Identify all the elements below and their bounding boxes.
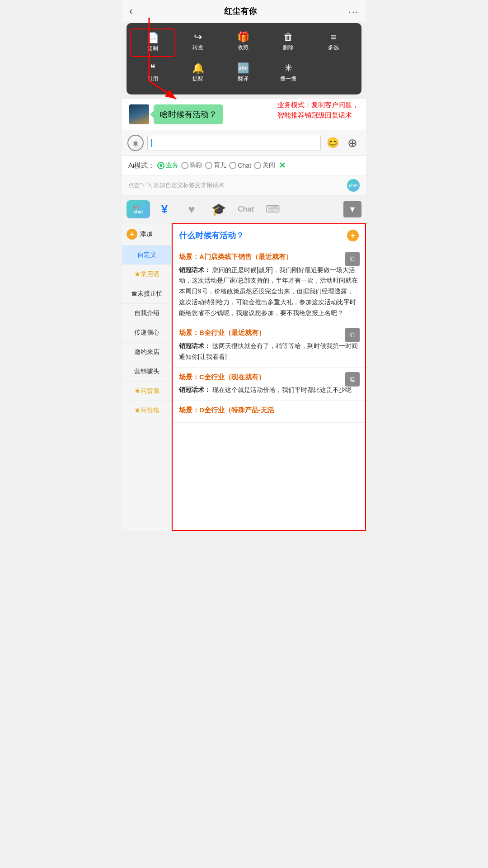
chat-icon-label: chat [349,183,358,188]
mode-chat2-label: Chat [238,162,251,169]
radio-business [157,162,164,169]
toolbar-money-btn[interactable]: ¥ [152,199,177,219]
sidebar-item-confidence[interactable]: 传递信心 [122,323,171,343]
robot-icon: 🤖chat [134,204,143,214]
emoji-icon: 😊 [327,137,339,149]
mode-chat2[interactable]: Chat [229,162,251,169]
right-panel: 什么时候有活动？ + 场景：A门店类线下销售（最近就有） ⧉ 销冠话术： 您问的… [172,223,366,531]
radio-off [254,162,261,169]
radio-parenting [205,162,212,169]
menu-search-label: 搜一搜 [280,75,296,83]
sidebar-item-price-label: ★问价格 [134,406,160,414]
menu-multi[interactable]: ≡ 多选 [311,28,356,57]
mode-business-label: 业务 [166,161,178,170]
copy-b-icon: ⧉ [350,331,355,339]
plus-icon: ⊕ [347,136,357,150]
sidebar-item-intro-label: 自我介绍 [134,309,160,316]
avatar [129,104,149,124]
sidebar-item-source[interactable]: ★问货源 [122,382,171,401]
menu-translate[interactable]: 🔤 翻译 [221,60,266,86]
sidebar-item-intro[interactable]: 自我介绍 [122,304,171,323]
header: ‹ 红尘有你 ··· [122,0,366,23]
scenario-c-content: 销冠话术： 现在这个就是活动价哈，我们平时都比这贵不少呢 [179,385,359,396]
scenario-c: 场景：C全行业（现在就有） ⧉ 销冠话术： 现在这个就是活动价哈，我们平时都比这… [173,368,365,401]
ai-close-button[interactable]: ✕ [279,160,286,170]
menu-quote-label: 引用 [147,75,158,83]
toolbar-robot-btn[interactable]: 🤖chat [127,200,150,218]
scenario-b: 场景：B全行业（最近就有） ⧉ 销冠话术： 这两天很快就会有了，稍等等哈，到时候… [173,323,365,367]
sidebar-item-common[interactable]: ★常用语 [122,265,171,284]
toolbar-dropdown-btn[interactable]: ▼ [343,201,361,217]
menu-translate-label: 翻译 [238,75,249,83]
toolbar-chat-btn[interactable]: Chat [233,199,258,219]
menu-copy[interactable]: 📄 复制 [130,28,175,57]
sidebar-item-price[interactable]: ★问价格 [122,401,171,420]
voice-button[interactable]: ◉ [127,135,144,151]
money-icon: ¥ [161,203,168,217]
toolbar-graduation-btn[interactable]: 🎓 [206,199,231,219]
menu-quote[interactable]: ❝ 引用 [130,60,175,86]
sidebar-add-label: 添加 [140,230,153,238]
mode-parenting-label: 育儿 [214,161,226,170]
ai-mode-label: Ai模式： [128,161,155,170]
page-title: 红尘有你 [224,6,257,17]
toolbar: 🤖chat ¥ ♥ 🎓 Chat ⌨ ▼ [122,196,366,223]
emoji-button[interactable]: 😊 [324,135,341,151]
scenario-c-title: 场景：C全行业（现在就有） [179,372,359,382]
radio-chat [181,162,188,169]
mode-off[interactable]: 关闭 [254,161,275,170]
plus-button[interactable]: ⊕ [344,135,361,151]
menu-favorite-label: 收藏 [238,44,249,52]
scenario-b-title: 场景：B全行业（最近就有） [179,328,359,338]
panel-header: 什么时候有活动？ + [173,224,365,247]
dropdown-icon: ▼ [348,205,357,214]
mode-parenting[interactable]: 育儿 [205,161,226,170]
sidebar: + 添加 自定义 ★常用语 ☎未接正忙 自我介绍 传递信心 邀约来店 营销噱 [122,223,172,531]
scenario-a-copy-btn[interactable]: ⧉ [345,252,360,266]
sidebar-item-marketing[interactable]: 营销噱头 [122,362,171,382]
sidebar-item-custom[interactable]: 自定义 [122,245,171,265]
cursor [151,139,152,147]
menu-delete[interactable]: 🗑 删除 [266,28,311,57]
sidebar-add-btn[interactable]: + 添加 [122,223,171,245]
copy-c-icon: ⧉ [350,375,355,383]
mode-chat[interactable]: 嗨聊 [181,161,202,170]
scenario-a-label: 销冠话术： [179,266,211,274]
scenario-a-title: 场景：A门店类线下销售（最近就有） [179,252,359,262]
menu-forward[interactable]: ↪ 转发 [175,28,221,57]
menu-remind[interactable]: 🔔 提醒 [175,60,221,86]
panel-add-btn[interactable]: + [347,230,359,241]
scenario-b-label: 销冠话术： [179,342,211,349]
search-icon: ✳ [284,63,292,73]
delete-icon: 🗑 [283,32,293,42]
copy-a-icon: ⧉ [350,255,355,263]
chat-area: 啥时候有活动？ 业务模式：复制客户问题，智能推荐销冠级回复话术 [122,94,366,130]
page-wrapper: ‹ 红尘有你 ··· 📄 复制 ↪ 转发 🎁 收藏 🗑 删除 ≡ [122,0,366,531]
sidebar-item-invite[interactable]: 邀约来店 [122,343,171,362]
toolbar-keyboard-btn[interactable]: ⌨ [260,199,286,219]
menu-copy-label: 复制 [147,45,158,52]
more-button[interactable]: ··· [348,6,359,17]
text-input[interactable] [147,135,321,151]
scenario-a-text: 您问的正是时候[龇牙]，我们刚好最近要做一场大活动，这次活动是厂家/总部支持的，… [179,266,358,316]
scenario-d-title: 场景：D全行业（特殊产品-无活 [179,405,359,415]
keyboard-icon: ⌨ [266,203,280,215]
mode-chat-label: 嗨聊 [190,161,202,170]
menu-favorite[interactable]: 🎁 收藏 [221,28,266,57]
scenario-b-copy-btn[interactable]: ⧉ [345,328,360,342]
quote-icon: ❝ [150,63,155,73]
remind-icon: 🔔 [192,63,204,73]
sidebar-item-common-label: ★常用语 [134,270,160,278]
graduation-icon: 🎓 [211,203,226,217]
menu-search[interactable]: ✳ 搜一搜 [266,60,311,86]
copy-icon: 📄 [147,33,159,43]
voice-icon: ◉ [132,139,139,147]
scenario-c-copy-btn[interactable]: ⧉ [345,372,360,387]
tag-hint-bar: 点击"+"可添加自定义标签及常用话术 chat [122,175,366,196]
sidebar-item-busy[interactable]: ☎未接正忙 [122,284,171,304]
mode-business[interactable]: 业务 [157,161,178,170]
menu-delete-label: 删除 [283,44,294,52]
chat-hint-icon[interactable]: chat [347,179,360,192]
toolbar-heart-btn[interactable]: ♥ [179,199,204,219]
back-button[interactable]: ‹ [129,5,132,17]
